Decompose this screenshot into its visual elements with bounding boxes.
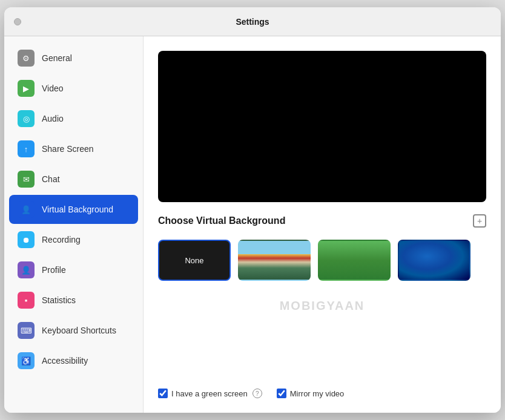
sidebar-item-keyboard-shortcuts[interactable]: ⌨Keyboard Shortcuts — [9, 316, 138, 345]
recording-icon: ⏺ — [18, 231, 35, 248]
sidebar-label-statistics: Statistics — [42, 295, 76, 305]
bg-grass-thumb[interactable] — [318, 240, 391, 281]
virtual-background-icon: 👤 — [18, 201, 35, 218]
sidebar-label-audio: Audio — [42, 114, 64, 123]
keyboard-shortcuts-icon: ⌨ — [18, 322, 35, 339]
sidebar-label-keyboard-shortcuts: Keyboard Shortcuts — [42, 326, 116, 335]
add-background-button[interactable]: + — [473, 214, 486, 228]
sidebar-label-general: General — [42, 53, 72, 63]
sidebar-label-profile: Profile — [42, 265, 66, 275]
sidebar-label-chat: Chat — [42, 174, 60, 184]
video-preview — [158, 51, 486, 202]
sidebar: ⚙General▶Video◎Audio↑Share Screen✉Chat👤V… — [4, 36, 144, 413]
sidebar-item-virtual-background[interactable]: 👤Virtual Background — [9, 195, 138, 224]
watermark: MOBIGYAAN — [158, 293, 486, 319]
profile-icon: 👤 — [18, 261, 35, 278]
general-icon: ⚙ — [18, 50, 35, 67]
chat-icon: ✉ — [18, 171, 35, 188]
choose-bg-header: Choose Virtual Background + — [158, 214, 486, 228]
main-panel: Choose Virtual Background + None MOBIGYA… — [144, 36, 501, 413]
sidebar-item-share-screen[interactable]: ↑Share Screen — [9, 134, 138, 163]
background-thumbnails: None — [158, 240, 486, 281]
window-title: Settings — [236, 17, 269, 27]
sidebar-item-video[interactable]: ▶Video — [9, 74, 138, 103]
sidebar-label-accessibility: Accessibility — [42, 356, 88, 366]
accessibility-icon: ♿ — [18, 352, 35, 369]
green-screen-checkbox[interactable] — [158, 389, 168, 398]
sidebar-label-video: Video — [42, 84, 64, 93]
statistics-icon: ▪ — [18, 292, 35, 309]
traffic-light-close[interactable] — [14, 18, 21, 25]
green-screen-help-icon[interactable]: ? — [252, 389, 262, 398]
sidebar-item-profile[interactable]: 👤Profile — [9, 255, 138, 284]
mirror-video-option: Mirror my video — [277, 389, 345, 398]
green-screen-label: I have a green screen — [171, 389, 248, 398]
choose-bg-title: Choose Virtual Background — [158, 215, 285, 226]
titlebar: Settings — [4, 7, 501, 36]
settings-window: Settings ⚙General▶Video◎Audio↑Share Scre… — [4, 7, 501, 413]
content-area: ⚙General▶Video◎Audio↑Share Screen✉Chat👤V… — [4, 36, 501, 413]
mirror-video-checkbox[interactable] — [277, 389, 286, 398]
bg-earth-thumb[interactable] — [398, 240, 470, 281]
share-screen-icon: ↑ — [18, 140, 35, 157]
sidebar-item-recording[interactable]: ⏺Recording — [9, 225, 138, 254]
sidebar-item-audio[interactable]: ◎Audio — [9, 104, 138, 133]
bg-none-thumb[interactable]: None — [158, 240, 231, 281]
sidebar-item-general[interactable]: ⚙General — [9, 44, 138, 73]
bg-bridge-thumb[interactable] — [238, 240, 311, 281]
sidebar-label-recording: Recording — [42, 235, 81, 244]
sidebar-item-statistics[interactable]: ▪Statistics — [9, 286, 138, 315]
footer-options: I have a green screen ? Mirror my video — [158, 382, 486, 398]
sidebar-label-share-screen: Share Screen — [42, 144, 94, 154]
mirror-video-label: Mirror my video — [290, 389, 345, 398]
video-icon: ▶ — [18, 80, 35, 97]
sidebar-label-virtual-background: Virtual Background — [42, 205, 113, 214]
audio-icon: ◎ — [18, 110, 35, 127]
sidebar-item-accessibility[interactable]: ♿Accessibility — [9, 346, 138, 375]
sidebar-item-chat[interactable]: ✉Chat — [9, 165, 138, 194]
green-screen-option: I have a green screen ? — [158, 389, 262, 398]
